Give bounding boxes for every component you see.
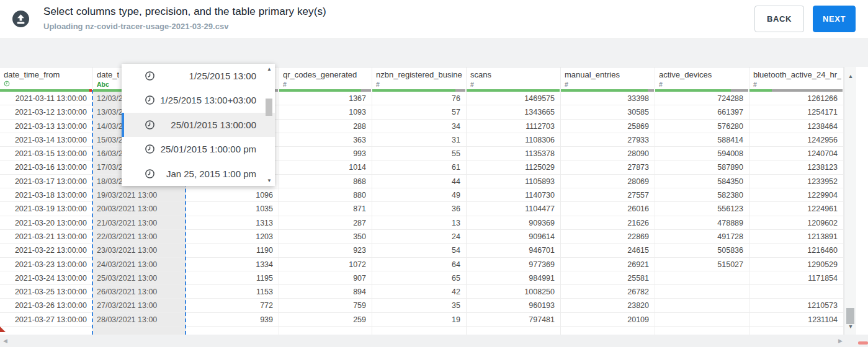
column-type-indicator: #: [470, 81, 474, 89]
date-format-option[interactable]: 1/25/2015 13:00: [122, 64, 275, 88]
table-cell: 2021-03-24 13:00:00: [0, 271, 92, 285]
table-cell: 984991: [467, 271, 560, 285]
column-header[interactable]: manual_entries: [565, 70, 620, 79]
table-cell: 20109: [561, 313, 655, 327]
table-cell: 27557: [561, 188, 655, 202]
table-cell: 26/03/2021 13:00: [93, 285, 186, 299]
table-cell: 1313: [186, 216, 279, 230]
column-header[interactable]: date_t: [97, 70, 119, 79]
clock-icon: [145, 169, 155, 182]
table-cell: [279, 327, 372, 335]
table-cell: 1153: [186, 285, 279, 299]
column-cells: 1469575134366511127031108306113537811250…: [467, 92, 560, 335]
clock-icon: [145, 144, 155, 154]
table-cell: 1238464: [749, 120, 843, 133]
table-cell: 19: [372, 313, 466, 327]
table-cell: 363: [279, 133, 372, 147]
date-format-option[interactable]: Jan 25, 2015 1:00 pm: [122, 162, 275, 186]
table-cell: 26921: [561, 258, 655, 271]
table-cell: 584350: [655, 175, 749, 188]
clock-icon: [145, 120, 155, 130]
table-cell: 27/03/2021 13:00: [93, 299, 186, 312]
scroll-left-arrow-icon[interactable]: ◀: [3, 338, 7, 344]
menu-scroll-up-icon[interactable]: ▲: [266, 66, 273, 72]
table-cell: 2021-03-12 13:00:00: [0, 105, 92, 119]
date-format-option[interactable]: 25/01/2015 1:00:00 pm: [122, 137, 275, 161]
table-cell: 34: [372, 120, 466, 133]
column-header[interactable]: active_devices: [659, 70, 712, 79]
clock-icon: [145, 169, 155, 179]
table-cell: 1008250: [467, 285, 560, 299]
date-format-option-label: 25/01/2015 13:00:00: [171, 120, 256, 130]
vertical-scroll-thumb[interactable]: [846, 308, 854, 324]
table-cell: 1203: [186, 230, 279, 244]
date-format-option-label: 1/25/2015 13:00: [189, 71, 256, 81]
table-cell: 27933: [561, 133, 655, 147]
scroll-down-arrow-icon[interactable]: ▼: [844, 323, 857, 330]
table-cell: 49: [372, 188, 466, 202]
column-header[interactable]: qr_codes_generated: [283, 70, 357, 79]
table-cell: 1072: [279, 258, 372, 271]
table-cell: [372, 327, 466, 335]
column-header[interactable]: date_time_from: [4, 70, 60, 79]
table-cell: 24615: [561, 244, 655, 257]
column-type-indicator: #: [565, 81, 568, 89]
clock-icon: [145, 71, 155, 84]
table-cell: 1231104: [749, 313, 843, 327]
column-cells: 1261266125417112384641242956124070412381…: [749, 92, 843, 335]
table-cell: 2021-03-17 13:00:00: [0, 175, 92, 188]
table-cell: [186, 327, 279, 335]
scroll-up-arrow-icon[interactable]: ▲: [844, 73, 857, 79]
back-button[interactable]: BACK: [754, 6, 804, 32]
table-cell: 1093: [279, 105, 372, 119]
date-format-option-label: 1/25/2015 13:00+03:00: [160, 95, 256, 105]
table-cell: 868: [279, 175, 372, 188]
scroll-right-arrow-icon[interactable]: ▶: [838, 338, 843, 344]
column-cells: 2021-03-11 13:00:002021-03-12 13:00:0020…: [0, 92, 92, 335]
horizontal-scroll-thumb[interactable]: [858, 341, 868, 345]
clock-icon: [145, 71, 155, 81]
table-cell: 556123: [655, 202, 749, 216]
table-cell: 1190: [186, 244, 279, 257]
table-column: manual_entries#3339830585258692793328090…: [561, 68, 655, 335]
menu-scroll-down-icon[interactable]: ▼: [266, 178, 273, 183]
clock-icon: [4, 81, 10, 87]
table-cell: 350: [279, 230, 372, 244]
table-column: scans#1469575134366511127031108306113537…: [467, 68, 561, 335]
page-subtitle: Uploading nz-covid-tracer-usage-2021-03-…: [43, 22, 228, 31]
column-header[interactable]: scans: [470, 70, 491, 79]
table-cell: 35: [372, 299, 466, 312]
table-cell: 2021-03-26 13:00:00: [0, 299, 92, 312]
table-cell: 259: [279, 313, 372, 327]
table-cell: 491728: [655, 230, 749, 244]
table-cell: 28090: [561, 147, 655, 160]
table-cell: 724288: [655, 92, 749, 105]
column-header[interactable]: nzbn_registered_busine: [376, 70, 462, 79]
table-cell: 576280: [655, 120, 749, 133]
table-cell: 880: [279, 188, 372, 202]
next-button[interactable]: NEXT: [813, 6, 856, 32]
column-header[interactable]: bluetooth_active_24_hr_: [753, 70, 841, 79]
table-cell: 25/03/2021 13:00: [93, 271, 186, 285]
date-format-option-selected[interactable]: 25/01/2015 13:00:00: [122, 113, 275, 137]
table-cell: 25581: [561, 271, 655, 285]
page-header: Select columns type, precision, and the …: [0, 0, 868, 38]
table-cell: [0, 327, 92, 335]
table-cell: 28/03/2021 13:00: [93, 313, 186, 327]
table-cell: [561, 327, 655, 335]
table-cell: 54: [372, 244, 466, 257]
selected-column-left-boundary: [92, 90, 93, 335]
table-cell: 26016: [561, 202, 655, 216]
upload-icon: [12, 11, 29, 27]
vertical-scrollbar: ▲ ▼: [844, 67, 856, 335]
table-cell: 2021-03-20 13:00:00: [0, 216, 92, 230]
horizontal-scrollbar: ◀ ▶: [0, 335, 868, 347]
date-format-option[interactable]: 1/25/2015 13:00+03:00: [122, 88, 275, 112]
menu-scrollbar: ▲ ▼: [266, 66, 273, 183]
table-cell: 1334: [186, 258, 279, 271]
menu-scroll-thumb[interactable]: [266, 99, 272, 116]
table-cell: 1343665: [467, 105, 560, 119]
table-cell: [655, 327, 749, 335]
table-column: qr_codes_generated#136710932883639931014…: [279, 68, 372, 335]
table-cell: 661397: [655, 105, 749, 119]
